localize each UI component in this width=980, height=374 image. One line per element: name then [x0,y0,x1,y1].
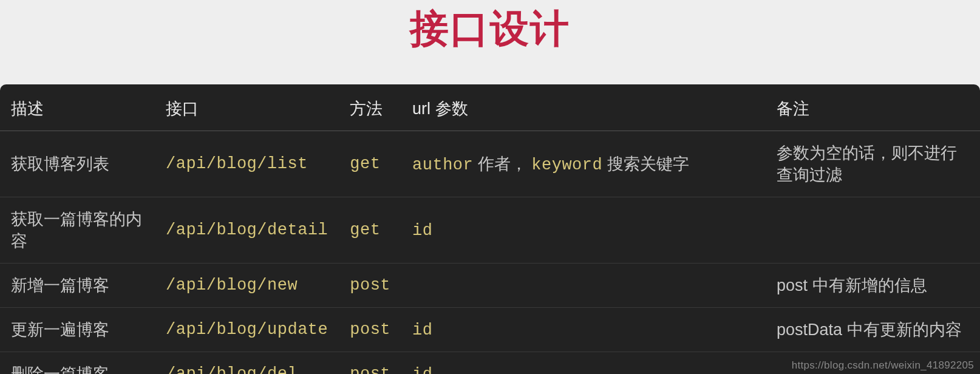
cell-desc: 新增一篇博客 [0,264,155,308]
cell-note: post 中有新增的信息 [766,264,980,308]
table-row: 获取博客列表/api/blog/listgetauthor 作者， keywor… [0,131,980,197]
param-code: author [412,156,473,174]
watermark-text: https://blog.csdn.net/weixin_41892205 [792,359,974,372]
cell-api: /api/blog/new [155,264,339,308]
cell-method: get [339,197,401,264]
param-code: keyword [531,156,602,174]
page-title: 接口设计 [0,0,980,55]
cell-method: post [339,352,401,375]
param-text: 搜索关键字 [602,155,689,173]
cell-desc: 获取博客列表 [0,131,155,197]
cell-desc: 更新一遍博客 [0,308,155,352]
cell-api: /api/blog/list [155,131,339,197]
cell-params: id [401,352,766,375]
table-row: 新增一篇博客/api/blog/newpostpost 中有新增的信息 [0,264,980,308]
param-text: 作者， [473,155,531,173]
col-header-api: 接口 [155,84,339,131]
cell-api: /api/blog/update [155,308,339,352]
table-row: 更新一遍博客/api/blog/updatepostidpostData 中有更… [0,308,980,352]
cell-params: author 作者， keyword 搜索关键字 [401,131,766,197]
col-header-desc: 描述 [0,84,155,131]
param-code: id [412,321,432,339]
table-header-row: 描述 接口 方法 url 参数 备注 [0,84,980,131]
cell-note [766,197,980,264]
cell-desc: 获取一篇博客的内容 [0,197,155,264]
param-code: id [412,365,432,374]
cell-note: postData 中有更新的内容 [766,308,980,352]
cell-api: /api/blog/detail [155,197,339,264]
table-body: 获取博客列表/api/blog/listgetauthor 作者， keywor… [0,131,980,375]
cell-note: 参数为空的话，则不进行查询过滤 [766,131,980,197]
table-row: 获取一篇博客的内容/api/blog/detailgetid [0,197,980,264]
col-header-params: url 参数 [401,84,766,131]
api-table: 描述 接口 方法 url 参数 备注 获取博客列表/api/blog/listg… [0,84,980,374]
col-header-note: 备注 [766,84,980,131]
cell-desc: 删除一篇博客 [0,352,155,375]
cell-params: id [401,308,766,352]
api-table-container: 描述 接口 方法 url 参数 备注 获取博客列表/api/blog/listg… [0,84,980,374]
cell-method: post [339,264,401,308]
param-code: id [412,222,432,240]
cell-method: get [339,131,401,197]
cell-params: id [401,197,766,264]
cell-api: /api/blog/del [155,352,339,375]
cell-method: post [339,308,401,352]
col-header-method: 方法 [339,84,401,131]
cell-params [401,264,766,308]
